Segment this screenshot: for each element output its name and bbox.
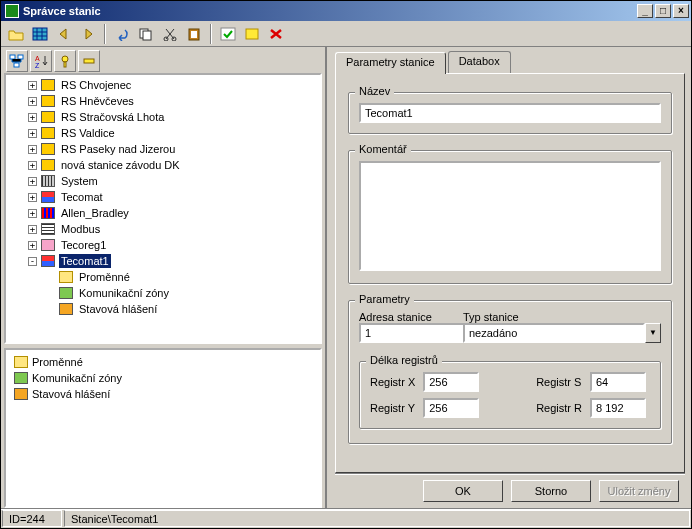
node-icon [59, 271, 73, 283]
node-icon [41, 255, 55, 267]
node-icon [14, 372, 28, 384]
reglen-legend: Délka registrů [366, 354, 442, 366]
toggle-icon[interactable] [78, 50, 100, 72]
minimize-button[interactable]: _ [637, 4, 653, 18]
addr-spinner[interactable]: ▲▼ [359, 323, 439, 343]
svg-rect-0 [33, 28, 47, 40]
node-icon [59, 303, 73, 315]
name-input[interactable] [359, 103, 661, 123]
expand-icon[interactable]: + [28, 113, 37, 122]
tree-item-label: Proměnné [77, 270, 132, 284]
tree-item[interactable]: -Tecomat1 [6, 253, 320, 269]
list-item[interactable]: Stavová hlášení [10, 386, 316, 402]
expand-icon[interactable]: - [28, 257, 37, 266]
tree-item[interactable]: +Modbus [6, 221, 320, 237]
svg-text:Z: Z [35, 62, 40, 68]
svg-rect-7 [221, 28, 235, 40]
group-params: Parametry Adresa stanice ▲▼ Typ stanice [348, 300, 672, 444]
tree-item-label: Stavová hlášení [77, 302, 159, 316]
sort-az-icon[interactable]: AZ [30, 50, 52, 72]
window-buttons: _ □ × [637, 4, 689, 18]
svg-text:A: A [35, 55, 40, 62]
type-combo[interactable]: ▼ [463, 323, 661, 343]
cancel-button[interactable]: Storno [511, 480, 591, 502]
comment-legend: Komentář [355, 143, 411, 155]
tree-item[interactable]: +nová stanice závodu DK [6, 157, 320, 173]
list-item[interactable]: Proměnné [10, 354, 316, 370]
tree-item[interactable]: Komunikační zóny [6, 285, 320, 301]
tab-parametry-stanice[interactable]: Parametry stanice [335, 52, 446, 74]
node-icon [41, 95, 55, 107]
tree-item[interactable]: Proměnné [6, 269, 320, 285]
type-input[interactable] [463, 323, 645, 343]
window-title: Správce stanic [23, 5, 637, 17]
expand-icon[interactable]: + [28, 129, 37, 138]
svg-rect-9 [10, 55, 15, 59]
filter-icon[interactable] [54, 50, 76, 72]
table-icon[interactable] [29, 23, 51, 45]
expand-icon[interactable]: + [28, 241, 37, 250]
tree-item[interactable]: +RS Valdice [6, 125, 320, 141]
expand-icon[interactable]: + [28, 177, 37, 186]
undo-icon[interactable] [111, 23, 133, 45]
forward-icon[interactable] [77, 23, 99, 45]
expand-icon[interactable]: + [28, 225, 37, 234]
node-icon [41, 175, 55, 187]
tab-databox[interactable]: Databox [448, 51, 511, 73]
expand-icon[interactable]: + [28, 209, 37, 218]
regr-input[interactable] [590, 398, 646, 418]
tree-item[interactable]: Stavová hlášení [6, 301, 320, 317]
expand-icon[interactable]: + [28, 145, 37, 154]
tree-item[interactable]: +System [6, 173, 320, 189]
svg-rect-10 [18, 55, 23, 59]
tree-item-label: nová stanice závodu DK [59, 158, 182, 172]
station-tree[interactable]: +RS Chvojenec+RS Hněvčeves+RS Stračovská… [4, 73, 322, 344]
svg-rect-6 [191, 31, 197, 38]
highlight-icon[interactable] [241, 23, 263, 45]
regx-input[interactable] [423, 372, 479, 392]
toolbar-separator [104, 24, 106, 44]
expand-icon[interactable]: + [28, 193, 37, 202]
check-icon[interactable] [217, 23, 239, 45]
tree-item-label: Modbus [59, 222, 102, 236]
group-comment: Komentář [348, 150, 672, 284]
open-icon[interactable] [5, 23, 27, 45]
chevron-down-icon[interactable]: ▼ [645, 323, 661, 343]
tree-item[interactable]: +RS Hněvčeves [6, 93, 320, 109]
node-icon [14, 356, 28, 368]
regs-input[interactable] [590, 372, 646, 392]
paste-icon[interactable] [183, 23, 205, 45]
node-icon [41, 127, 55, 139]
type-label: Typ stanice [463, 311, 661, 323]
tree-item[interactable]: +RS Stračovská Lhota [6, 109, 320, 125]
tree-item[interactable]: +Tecoreg1 [6, 237, 320, 253]
expand-icon[interactable]: + [28, 97, 37, 106]
cut-icon[interactable] [159, 23, 181, 45]
save-button[interactable]: Uložit změny [599, 480, 679, 502]
back-icon[interactable] [53, 23, 75, 45]
tree-item[interactable]: +Tecomat [6, 189, 320, 205]
comment-textarea[interactable] [359, 161, 661, 271]
regx-label: Registr X [370, 376, 415, 388]
list-item-label: Stavová hlášení [32, 388, 110, 400]
regy-input[interactable] [423, 398, 479, 418]
app-icon [5, 4, 19, 18]
tree-item-label: System [59, 174, 100, 188]
tree-item[interactable]: +RS Chvojenec [6, 77, 320, 93]
maximize-button[interactable]: □ [655, 4, 671, 18]
list-item[interactable]: Komunikační zóny [10, 370, 316, 386]
delete-icon[interactable] [265, 23, 287, 45]
node-icon [59, 287, 73, 299]
tree-mode-icon[interactable] [6, 50, 28, 72]
expand-icon[interactable]: + [28, 81, 37, 90]
ok-button[interactable]: OK [423, 480, 503, 502]
expand-icon[interactable]: + [28, 161, 37, 170]
tree-item-label: Komunikační zóny [77, 286, 171, 300]
tree-item[interactable]: +RS Paseky nad Jizerou [6, 141, 320, 157]
tree-item-label: RS Chvojenec [59, 78, 133, 92]
bottom-list[interactable]: ProměnnéKomunikační zónyStavová hlášení [4, 348, 322, 508]
close-button[interactable]: × [673, 4, 689, 18]
tree-item[interactable]: +Allen_Bradley [6, 205, 320, 221]
copy-icon[interactable] [135, 23, 157, 45]
tree-item-label: RS Hněvčeves [59, 94, 136, 108]
